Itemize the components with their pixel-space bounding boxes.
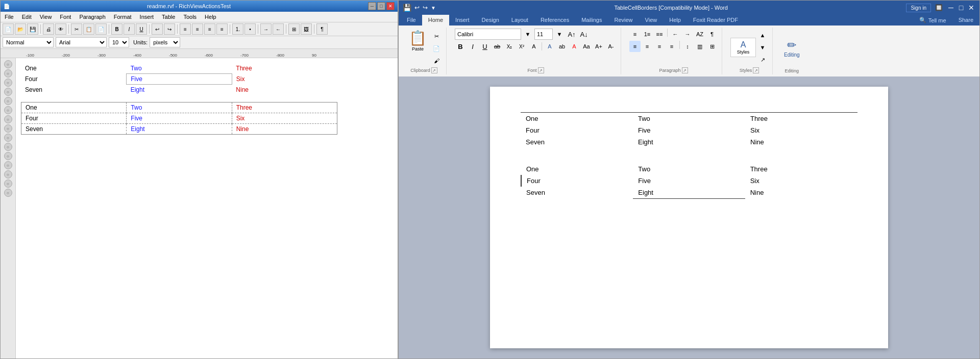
styles-expand[interactable]: ↗ xyxy=(753,67,759,73)
minimize-btn[interactable]: ─ xyxy=(368,2,376,10)
font-color-btn[interactable]: A xyxy=(569,41,580,52)
align-left-btn[interactable]: ≡ xyxy=(180,23,191,35)
shading-btn[interactable]: ▥ xyxy=(694,41,705,52)
word-minimize-btn[interactable]: ─ xyxy=(947,4,955,12)
highlight-btn[interactable]: ab xyxy=(556,41,568,52)
word-doc-area[interactable]: One Two Three Four Five Six Seven Eight … xyxy=(399,76,979,358)
strikethrough-btn[interactable]: ab xyxy=(492,41,503,52)
styles-expand2-btn[interactable]: ↗ xyxy=(757,54,768,65)
sign-in-btn[interactable]: Sign in xyxy=(906,4,931,12)
copy-btn[interactable]: 📋 xyxy=(83,23,94,35)
multilevel-list-btn[interactable]: ≡≡ xyxy=(654,29,665,40)
paste-btn[interactable]: 📋 Paste xyxy=(406,29,430,53)
outdent-btn[interactable]: ← xyxy=(273,23,284,35)
bul-list-btn[interactable]: • xyxy=(244,23,256,35)
gutter-btn-3[interactable]: ○ xyxy=(4,79,12,87)
menu-file[interactable]: File xyxy=(3,13,16,21)
font-name-input[interactable] xyxy=(455,29,521,40)
save-icon[interactable]: 💾 xyxy=(403,4,411,12)
decrease-font-btn[interactable]: A↓ xyxy=(578,29,590,40)
redo-btn[interactable]: ↪ xyxy=(164,23,175,35)
tab-share[interactable]: Share xyxy=(952,15,979,25)
save-btn[interactable]: 💾 xyxy=(27,23,38,35)
menu-font[interactable]: Font xyxy=(58,13,73,21)
tab-help[interactable]: Help xyxy=(663,15,687,25)
open-btn[interactable]: 📂 xyxy=(15,23,26,35)
font-size-input[interactable] xyxy=(534,29,553,40)
preview-btn[interactable]: 👁 xyxy=(55,23,66,35)
align-right-btn[interactable]: ≡ xyxy=(204,23,215,35)
align-center-btn[interactable]: ≡ xyxy=(642,41,653,52)
menu-help[interactable]: Help xyxy=(203,13,218,21)
superscript-btn[interactable]: X² xyxy=(516,41,527,52)
clipboard-expand[interactable]: ↗ xyxy=(431,67,437,73)
gutter-btn-14[interactable]: ○ xyxy=(4,179,12,188)
tab-layout[interactable]: Layout xyxy=(505,15,534,25)
sort-btn[interactable]: AZ xyxy=(694,29,705,40)
clear-format-btn[interactable]: A xyxy=(528,41,540,52)
word-restore-btn[interactable]: □ xyxy=(957,4,965,12)
quick-access-icon[interactable]: ▼ xyxy=(431,5,436,11)
tab-foxit[interactable]: Foxit Reader PDF xyxy=(687,15,744,25)
indent-btn[interactable]: → xyxy=(682,29,693,40)
styles-btn[interactable]: A Styles xyxy=(730,38,756,57)
image-btn[interactable]: 🖼 xyxy=(301,23,312,35)
tab-view[interactable]: View xyxy=(639,15,664,25)
gutter-btn-8[interactable]: ○ xyxy=(4,124,12,133)
menu-paragraph[interactable]: Paragraph xyxy=(77,13,107,21)
justify-btn[interactable]: ≡ xyxy=(666,41,677,52)
redo-icon[interactable]: ↪ xyxy=(423,4,428,11)
format-painter-btn[interactable]: 🖌 xyxy=(431,55,442,66)
font-expand[interactable]: ↗ xyxy=(538,67,544,73)
tab-tell-me[interactable]: 🔍 Tell me xyxy=(913,15,952,25)
tab-references[interactable]: References xyxy=(534,15,575,25)
ribbon-expand-icon[interactable]: 🔲 xyxy=(933,4,945,11)
paragraph-expand[interactable]: ↗ xyxy=(682,67,688,73)
gutter-btn-15[interactable]: ○ xyxy=(4,189,12,197)
justify-btn[interactable]: ≡ xyxy=(216,23,228,35)
bold-btn[interactable]: B xyxy=(111,23,122,35)
menu-insert[interactable]: Insert xyxy=(138,13,156,21)
font-size-dropdown[interactable]: ▼ xyxy=(554,29,565,40)
cut-btn[interactable]: ✂ xyxy=(431,31,442,42)
underline-btn[interactable]: U xyxy=(479,41,491,52)
units-select[interactable]: pixels xyxy=(150,37,180,47)
gutter-btn-7[interactable]: ○ xyxy=(4,115,12,123)
print-btn[interactable]: 🖨 xyxy=(43,23,54,35)
undo-btn[interactable]: ↩ xyxy=(152,23,163,35)
show-para-btn[interactable]: ¶ xyxy=(706,29,718,40)
gutter-btn-2[interactable]: ○ xyxy=(4,69,12,78)
style-select[interactable]: Normal xyxy=(3,37,54,47)
cut-btn[interactable]: ✂ xyxy=(71,23,82,35)
menu-tools[interactable]: Tools xyxy=(181,13,199,21)
menu-view[interactable]: View xyxy=(38,13,54,21)
gutter-btn-6[interactable]: ○ xyxy=(4,106,12,114)
gutter-btn-1[interactable]: ○ xyxy=(4,60,12,68)
align-center-btn[interactable]: ≡ xyxy=(192,23,203,35)
gutter-btn-11[interactable]: ○ xyxy=(4,152,12,160)
change-case-btn[interactable]: Aa xyxy=(581,41,592,52)
line-spacing-btn[interactable]: ↕ xyxy=(682,41,693,52)
menu-edit[interactable]: Edit xyxy=(20,13,34,21)
bold-btn[interactable]: B xyxy=(455,41,466,52)
num-list-btn[interactable]: 1. xyxy=(232,23,243,35)
gutter-btn-10[interactable]: ○ xyxy=(4,143,12,151)
font-name-dropdown[interactable]: ▼ xyxy=(522,29,533,40)
doc-area[interactable]: One Two Three Four Five Six Seven Eight … xyxy=(16,58,398,358)
borders-btn[interactable]: ⊞ xyxy=(706,41,718,52)
tab-mailings[interactable]: Mailings xyxy=(575,15,608,25)
outdent-btn[interactable]: ← xyxy=(670,29,681,40)
gutter-btn-5[interactable]: ○ xyxy=(4,97,12,105)
tab-design[interactable]: Design xyxy=(476,15,505,25)
para-marks-btn[interactable]: ¶ xyxy=(316,23,328,35)
gutter-btn-13[interactable]: ○ xyxy=(4,170,12,178)
new-btn[interactable]: 📄 xyxy=(3,23,14,35)
size-select[interactable]: 10 xyxy=(109,37,129,47)
table-btn[interactable]: ⊞ xyxy=(288,23,300,35)
paste-btn[interactable]: 📄 xyxy=(95,23,107,35)
align-right-btn[interactable]: ≡ xyxy=(654,41,665,52)
close-btn[interactable]: ✕ xyxy=(386,2,395,10)
maximize-btn[interactable]: □ xyxy=(377,2,385,10)
indent-btn[interactable]: → xyxy=(260,23,272,35)
gutter-btn-4[interactable]: ○ xyxy=(4,88,12,96)
